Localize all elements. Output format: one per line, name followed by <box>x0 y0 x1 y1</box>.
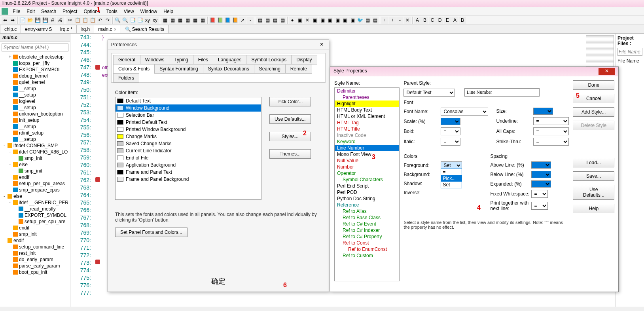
style-item[interactable]: HTML Body Text <box>335 107 399 113</box>
toolbar-button[interactable]: A <box>414 17 421 24</box>
help-button[interactable]: Help <box>573 204 614 213</box>
pref-tab-Display[interactable]: Display <box>291 55 317 64</box>
style-item[interactable]: Ref to Custom <box>335 252 399 259</box>
cancel-button[interactable]: Cancel <box>573 94 614 103</box>
toolbar-button[interactable]: 📑 <box>136 17 144 24</box>
style-item[interactable]: Ref to Base Class <box>335 214 399 221</box>
color-item[interactable]: End of File <box>116 154 261 161</box>
color-item[interactable]: Printed Window Background <box>116 126 261 133</box>
style-item[interactable]: Ref to EnumConst <box>335 246 399 252</box>
color-item[interactable]: Printed Default Text <box>116 119 261 126</box>
toolbar-button[interactable]: ▦ <box>184 17 191 24</box>
toolbar-button[interactable]: 📗 <box>216 17 224 24</box>
tab-Search-Results[interactable]: 🔍 Search Results <box>121 25 169 33</box>
below-line-select[interactable] <box>531 171 551 178</box>
tree-item[interactable]: - ifdef CONFIG_X86_LO <box>1 149 69 155</box>
toolbar-button[interactable]: ✂ <box>66 17 74 24</box>
style-item[interactable]: Operator <box>335 170 399 176</box>
tab-irq-c-[interactable]: irq.c * <box>56 25 77 33</box>
save--button[interactable]: Save... <box>573 171 614 181</box>
tree-item[interactable]: - else <box>1 193 69 199</box>
toolbar-button[interactable]: 📋 <box>81 17 89 24</box>
color-item[interactable]: Frame and Panel Background <box>116 176 261 183</box>
expand-icon[interactable]: - <box>8 149 12 155</box>
set-panel-fonts-button[interactable]: Set Panel Fonts and Colors... <box>115 228 188 237</box>
menu-view[interactable]: View <box>121 8 137 15</box>
toolbar-button[interactable]: A <box>451 17 458 24</box>
above-line-select[interactable] <box>531 161 551 169</box>
style-item[interactable]: Symbol Characters <box>335 176 399 183</box>
toolbar-button[interactable]: ↶ <box>97 17 104 24</box>
style-item[interactable]: HTML or XML Element <box>335 113 399 119</box>
expand-icon[interactable]: - <box>2 193 6 199</box>
tree-item[interactable]: setup_per_cpu_areas <box>1 180 69 187</box>
toolbar-button[interactable]: 🖨 <box>57 17 64 24</box>
expand-icon[interactable]: + <box>8 54 12 60</box>
tree-item[interactable]: rest_init <box>1 250 69 256</box>
style-item[interactable]: Line Number <box>335 145 399 151</box>
style-item[interactable]: HTML Tag <box>335 119 399 126</box>
style-item[interactable]: HTML Title <box>335 126 399 132</box>
tree-item[interactable]: smp_prepare_cpus <box>1 187 69 193</box>
style-item[interactable]: Inactive Code <box>335 132 399 138</box>
size-select[interactable] <box>533 108 553 115</box>
style-item[interactable]: Ref to Alias <box>335 208 399 214</box>
toolbar-button[interactable]: ⬅ <box>2 17 9 24</box>
done-button[interactable]: Done <box>573 80 614 90</box>
tree-item[interactable]: endif <box>1 237 69 244</box>
parent-style-select[interactable]: Default Text <box>403 89 455 97</box>
allcaps-select[interactable]: = <box>533 127 569 135</box>
tree-item[interactable]: __setup <box>1 104 69 111</box>
style-item[interactable]: Parentheses <box>335 94 399 101</box>
tree-item[interactable]: - ifdef __GENERIC_PER <box>1 199 69 206</box>
style-item[interactable]: Python Doc String <box>335 195 399 202</box>
pref-tab-Typing[interactable]: Typing <box>169 55 193 64</box>
close-icon[interactable]: ✕ <box>318 42 326 48</box>
pref-tab-Searching[interactable]: Searching <box>254 64 286 74</box>
style-item[interactable]: Perl End Script <box>335 183 399 189</box>
toolbar-button[interactable]: 📑 <box>129 17 136 24</box>
dialog-titlebar[interactable]: Preferences ✕ <box>108 40 329 50</box>
italic-select[interactable]: = <box>441 138 460 146</box>
toolbar-button[interactable]: ▦ <box>191 17 199 24</box>
style-item[interactable]: Ref to Const <box>335 240 399 246</box>
pref-tab-Languages[interactable]: Languages <box>213 55 246 64</box>
tree-item[interactable]: unknown_bootoption <box>1 111 69 117</box>
pref-tab-Folders[interactable]: Folders <box>113 73 139 83</box>
toolbar-button[interactable]: ▣ <box>334 17 341 24</box>
toolbar-button[interactable]: ▦ <box>161 17 169 24</box>
style-item[interactable]: Perl POD <box>335 189 399 195</box>
tree-item[interactable]: smp_init <box>1 168 69 174</box>
tab-main-c[interactable]: main.c ✕ <box>94 25 121 33</box>
toolbar-button[interactable]: 📄 <box>19 17 26 24</box>
toolbar-button[interactable]: ▣ <box>326 17 333 24</box>
color-item[interactable]: Selection Bar <box>116 112 261 119</box>
pref-tab-Syntax-Formatting[interactable]: Syntax Formatting <box>154 64 203 74</box>
style-item[interactable]: Reference <box>335 202 399 208</box>
themes--button[interactable]: Themes... <box>269 149 311 159</box>
tree-item[interactable]: boot_cpu_init <box>1 269 69 275</box>
toolbar-button[interactable]: ▦ <box>199 17 206 24</box>
pref-tab-General[interactable]: General <box>113 55 140 64</box>
tree-item[interactable]: quiet_kernel <box>1 79 69 85</box>
style-item[interactable]: Ref to C# Event <box>335 221 399 227</box>
toolbar-button[interactable]: xy <box>152 17 159 24</box>
scale-select[interactable] <box>441 118 460 125</box>
tree-item[interactable]: do_early_param <box>1 256 69 263</box>
toolbar-button[interactable]: 📂 <box>27 17 34 24</box>
menu-file[interactable]: File <box>9 8 23 15</box>
toolbar-button[interactable]: ~ <box>246 17 254 24</box>
pref-tab-Remote[interactable]: Remote <box>285 64 312 74</box>
style-item[interactable]: Null Value <box>335 157 399 164</box>
toolbar-button[interactable]: ↷ <box>104 17 111 24</box>
style-item[interactable]: Number <box>335 164 399 170</box>
toolbar-button[interactable]: ▤ <box>371 17 379 24</box>
dialog-titlebar[interactable]: Style Properties ✕ <box>330 67 618 76</box>
dropdown-option[interactable]: = <box>441 169 462 175</box>
style-item[interactable]: Keyword <box>335 138 399 145</box>
bold-select[interactable]: = <box>441 127 460 135</box>
toolbar-button[interactable]: ▣ <box>341 17 349 24</box>
color-item-list[interactable]: Default Text Window Background Selection… <box>115 97 261 200</box>
tree-item[interactable]: EXPORT_SYMBOL <box>1 66 69 73</box>
tree-item[interactable]: loglevel <box>1 98 69 104</box>
